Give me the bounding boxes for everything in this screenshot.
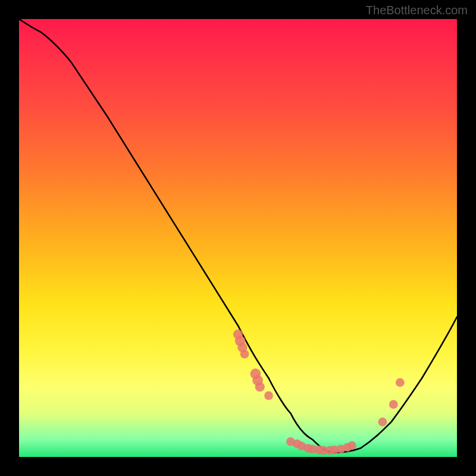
- bottleneck-curve: [19, 19, 457, 453]
- svg-point-7: [264, 392, 273, 400]
- svg-point-6: [255, 382, 265, 392]
- marker-cluster-right: [378, 378, 405, 427]
- watermark: TheBottleneck.com: [366, 4, 468, 17]
- curve-layer: [19, 19, 457, 457]
- chart-container: TheBottleneck.com: [0, 0, 476, 476]
- marker-cluster-left: [233, 330, 273, 400]
- svg-point-19: [347, 441, 356, 450]
- svg-point-20: [378, 418, 387, 427]
- svg-point-21: [389, 400, 398, 409]
- plot-area: [19, 19, 457, 457]
- svg-point-22: [396, 378, 405, 387]
- svg-point-3: [240, 350, 249, 359]
